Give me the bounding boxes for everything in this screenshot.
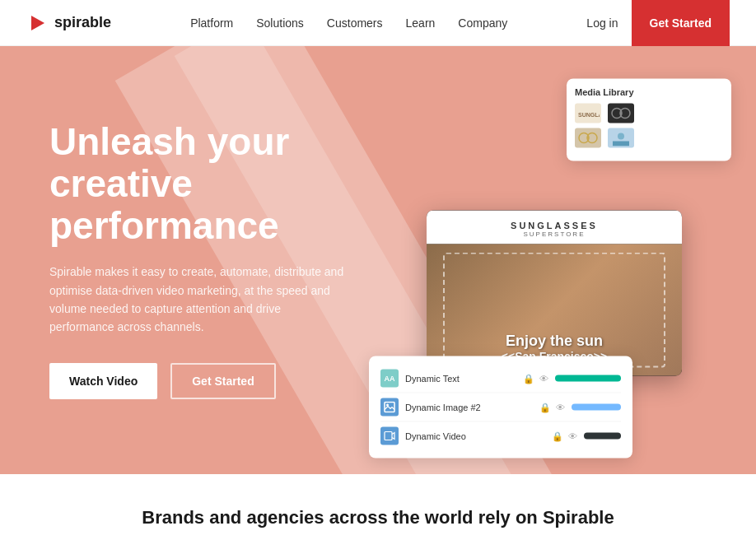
prop-image-bar	[572, 404, 621, 411]
prop-image-actions: 🔒 👁	[539, 402, 565, 412]
lock-icon-3[interactable]: 🔒	[552, 431, 563, 441]
eye-icon-2[interactable]: 👁	[556, 402, 565, 412]
video-preview-card: SUNGLASSES SUPERSTORE Enjoy the sun <<Sa…	[427, 211, 682, 376]
video-brand: SUNGLASSES	[440, 221, 669, 230]
prop-text-bar	[555, 375, 621, 382]
video-header: SUNGLASSES SUPERSTORE	[427, 211, 682, 244]
bottom-title: Brands and agencies across the world rel…	[26, 507, 730, 528]
prop-row-video: Dynamic Video 🔒 👁	[380, 422, 621, 450]
logo-icon	[26, 12, 49, 35]
hero-mockup: Media Library SUNGLASSES	[385, 145, 731, 376]
prop-image-label: Dynamic Image #2	[405, 403, 533, 412]
bottom-section: Brands and agencies across the world rel…	[0, 474, 756, 540]
svg-marker-0	[31, 16, 44, 30]
nav-link-customers[interactable]: Customers	[327, 16, 383, 30]
hero-get-started-button[interactable]: Get Started	[170, 363, 275, 399]
logo[interactable]: spirable	[26, 12, 111, 35]
media-thumb-sunglasses-logo: SUNGLASSES	[575, 104, 601, 123]
properties-panel: AA Dynamic Text 🔒 👁	[369, 356, 632, 459]
dynamic-image-icon	[380, 398, 399, 417]
prop-video-label: Dynamic Video	[405, 431, 545, 441]
svg-point-9	[618, 133, 624, 140]
dynamic-text-icon: AA	[380, 370, 399, 388]
watch-video-button[interactable]: Watch Video	[49, 363, 157, 399]
video-brand-sub: SUPERSTORE	[440, 230, 669, 238]
svg-point-12	[386, 404, 389, 407]
prop-row-image: Dynamic Image #2 🔒 👁	[380, 393, 621, 422]
nav-link-platform[interactable]: Platform	[190, 16, 233, 30]
navbar: spirable Platform Solutions Customers Le…	[0, 0, 756, 46]
nav-links: Platform Solutions Customers Learn Compa…	[190, 16, 507, 30]
image-bar-fill	[572, 404, 621, 411]
eye-icon[interactable]: 👁	[539, 373, 548, 384]
media-thumb-gold-glasses	[575, 128, 601, 148]
video-bar-fill	[584, 433, 621, 440]
hero-buttons: Watch Video Get Started	[49, 363, 379, 399]
hero-title: Unleash your creative performance	[49, 121, 379, 246]
nav-link-learn[interactable]: Learn	[406, 16, 436, 30]
media-library-title: Media Library	[575, 87, 723, 97]
prop-text-label: Dynamic Text	[405, 374, 516, 384]
logo-text: spirable	[54, 14, 111, 31]
nav-get-started-button[interactable]: Get Started	[632, 0, 730, 46]
svg-rect-11	[385, 403, 394, 412]
nav-actions: Log in Get Started	[586, 0, 730, 46]
media-thumb-blue-scene	[608, 128, 634, 148]
svg-text:SUNGLASSES: SUNGLASSES	[578, 112, 600, 118]
login-link[interactable]: Log in	[586, 16, 618, 30]
lock-icon[interactable]: 🔒	[523, 373, 534, 384]
svg-rect-10	[613, 142, 629, 147]
hero-description: Spirable makes it easy to create, automa…	[49, 263, 346, 337]
nav-link-solutions[interactable]: Solutions	[256, 16, 304, 30]
prop-video-bar	[584, 433, 621, 440]
lock-icon-2[interactable]: 🔒	[539, 402, 551, 412]
prop-row-text: AA Dynamic Text 🔒 👁	[380, 365, 621, 393]
prop-text-actions: 🔒 👁	[523, 373, 548, 384]
media-library-card: Media Library SUNGLASSES	[567, 79, 731, 161]
eye-icon-3[interactable]: 👁	[568, 431, 577, 441]
text-bar-fill	[555, 375, 621, 382]
prop-video-actions: 🔒 👁	[552, 431, 577, 441]
video-dashed-border	[443, 253, 665, 368]
media-library-row-1: SUNGLASSES	[575, 104, 723, 123]
hero-left: Unleash your creative performance Spirab…	[49, 121, 379, 398]
media-library-row-2	[575, 128, 723, 148]
dynamic-video-icon	[380, 427, 399, 445]
svg-rect-13	[385, 432, 392, 440]
media-thumb-sunglasses-product	[608, 104, 634, 123]
nav-link-company[interactable]: Company	[458, 16, 507, 30]
hero-section: Unleash your creative performance Spirab…	[0, 46, 756, 474]
